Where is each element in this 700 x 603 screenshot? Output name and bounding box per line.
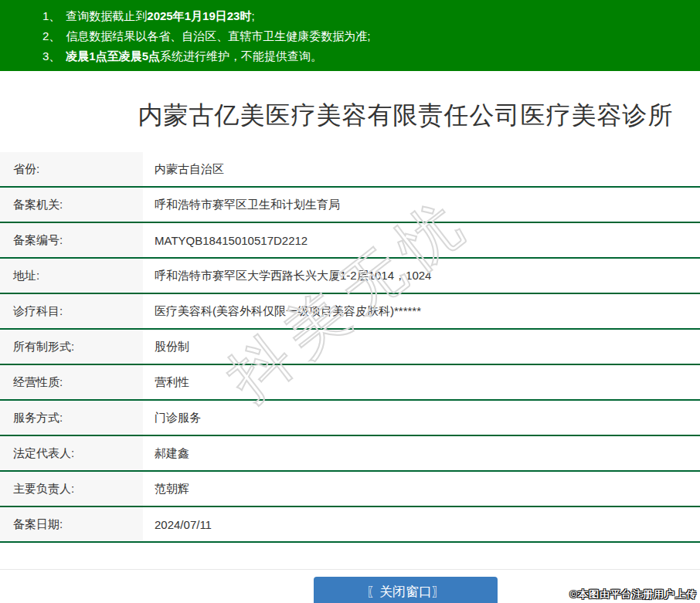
- facility-info-table: 省份: 内蒙古自治区 备案机关: 呼和浩特市赛罕区卫生和计划生育局 备案编号: …: [0, 152, 700, 543]
- notice-line-3: 3、凌晨1点至凌晨5点系统进行维护，不能提供查询。: [42, 46, 700, 66]
- notice-line-2: 2、信息数据结果以各省、自治区、直辖市卫生健康委数据为准;: [42, 26, 700, 46]
- table-row-filing-date: 备案日期: 2024/07/11: [0, 507, 700, 543]
- notice-text: 查询数据截止到: [66, 9, 147, 22]
- row-label: 经营性质:: [0, 365, 143, 399]
- page-title: 内蒙古亿美医疗美容有限责任公司医疗美容诊所: [0, 99, 700, 133]
- row-value: 门诊服务: [143, 401, 201, 435]
- row-label: 主要负责人:: [0, 472, 143, 506]
- notice-text-bold: 2025年1月19日23时: [147, 9, 251, 22]
- row-label: 服务方式:: [0, 401, 143, 435]
- row-label: 法定代表人:: [0, 436, 143, 470]
- notice-text: 信息数据结果以各省、自治区、直辖市卫生健康委数据为准;: [66, 29, 370, 42]
- row-label: 所有制形式:: [0, 330, 143, 364]
- table-row-business-nature: 经营性质: 营利性: [0, 365, 700, 401]
- row-value: 呼和浩特市赛罕区大学西路长兴大厦1-2层1014，1024: [143, 259, 431, 293]
- notice-number: 1、: [42, 9, 60, 22]
- row-value: 营利性: [143, 365, 189, 399]
- notice-text: ;: [251, 9, 254, 22]
- table-row-legal-representative: 法定代表人: 郝建鑫: [0, 436, 700, 472]
- notice-text-bold: 凌晨1点至凌晨5点: [66, 49, 160, 63]
- row-value: 2024/07/11: [143, 507, 212, 541]
- row-value: 范朝辉: [143, 472, 189, 506]
- notice-number: 3、: [42, 49, 60, 63]
- notice-text: 系统进行维护，不能提供查询。: [160, 49, 322, 63]
- footer-divider: [0, 569, 700, 570]
- table-row-service-mode: 服务方式: 门诊服务: [0, 401, 700, 436]
- notice-number: 2、: [42, 29, 60, 42]
- row-value: MATYQB18415010517D2212: [143, 223, 308, 257]
- table-row-filing-authority: 备案机关: 呼和浩特市赛罕区卫生和计划生育局: [0, 188, 700, 223]
- row-value: 内蒙古自治区: [143, 152, 224, 186]
- notice-line-1: 1、查询数据截止到2025年1月19日23时;: [42, 6, 700, 26]
- row-label: 诊疗科目:: [0, 294, 143, 328]
- table-row-main-person-in-charge: 主要负责人: 范朝辉: [0, 472, 700, 507]
- notice-banner: 1、查询数据截止到2025年1月19日23时; 2、信息数据结果以各省、自治区、…: [0, 0, 700, 71]
- row-label: 地址:: [0, 259, 143, 293]
- table-row-treatment-subjects: 诊疗科目: 医疗美容科(美容外科仅限一级项目美容皮肤科)******: [0, 294, 700, 330]
- row-label: 备案编号:: [0, 223, 143, 257]
- table-row-filing-number: 备案编号: MATYQB18415010517D2212: [0, 223, 700, 259]
- row-label: 备案机关:: [0, 188, 143, 222]
- copyright-watermark: ©本图由平台注册用户上传: [569, 588, 697, 601]
- row-value: 呼和浩特市赛罕区卫生和计划生育局: [143, 188, 340, 222]
- main-content: 内蒙古亿美医疗美容有限责任公司医疗美容诊所 省份: 内蒙古自治区 备案机关: 呼…: [0, 71, 700, 543]
- row-value: 医疗美容科(美容外科仅限一级项目美容皮肤科)******: [143, 294, 421, 328]
- row-label: 备案日期:: [0, 507, 143, 541]
- close-window-button[interactable]: 〖关闭窗口〗: [314, 577, 498, 603]
- table-row-province: 省份: 内蒙古自治区: [0, 152, 700, 188]
- row-value: 股份制: [143, 330, 189, 364]
- row-label: 省份:: [0, 152, 143, 186]
- row-value: 郝建鑫: [143, 436, 189, 470]
- table-row-address: 地址: 呼和浩特市赛罕区大学西路长兴大厦1-2层1014，1024: [0, 259, 700, 294]
- table-row-ownership-form: 所有制形式: 股份制: [0, 330, 700, 365]
